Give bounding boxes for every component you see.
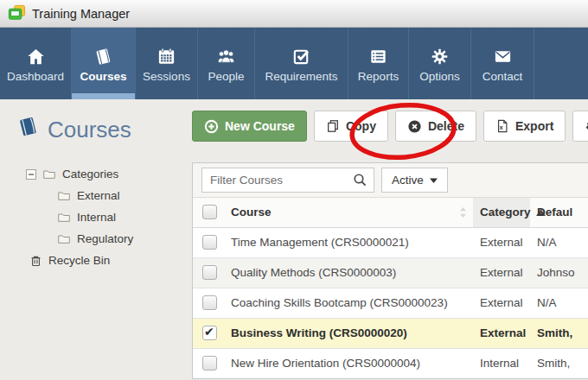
default-cell: N/A [530, 288, 588, 318]
select-all-checkbox[interactable] [202, 205, 217, 219]
report-icon [368, 44, 389, 66]
nav-bar: DashboardCoursesSessionsPeopleRequiremen… [0, 28, 588, 99]
gear-icon [429, 44, 451, 66]
default-cell: N/A [530, 227, 588, 257]
folder-icon [57, 232, 71, 245]
filter-bar: Active [193, 163, 588, 198]
nav-tab-options[interactable]: Options [409, 28, 471, 99]
category-cell: External [473, 318, 530, 348]
tree-item-external[interactable]: External [0, 185, 192, 206]
row-checkbox[interactable] [202, 356, 217, 370]
toolbar: New CourseCopyDeletexExportRefresh [192, 111, 588, 142]
sidebar-title-label: Courses [48, 117, 131, 143]
category-tree: CategoriesExternalInternalRegulatoryRecy… [0, 163, 192, 271]
courses-table: CourseCategoryDefaul Time Management (CR… [193, 198, 588, 378]
table-row[interactable]: Time Management (CRS0000021)ExternalN/A [193, 227, 588, 257]
status-filter-label: Active [392, 174, 424, 187]
default-cell: Smith, [530, 348, 588, 378]
row-checkbox[interactable] [202, 326, 217, 340]
table-body: Time Management (CRS0000021)ExternalN/AQ… [193, 227, 588, 378]
tree-item-internal[interactable]: Internal [0, 206, 192, 228]
home-icon [25, 44, 47, 66]
plus-circle-icon [204, 119, 219, 134]
row-checkbox[interactable] [202, 295, 217, 310]
courses-panel: Active CourseCategoryDefaul Time Managem… [192, 162, 588, 379]
nav-tab-courses[interactable]: Courses [72, 28, 136, 99]
new-course-button[interactable]: New Course [192, 111, 307, 142]
sidebar: Courses CategoriesExternalInternalRegula… [0, 99, 192, 380]
caret-down-icon [430, 178, 438, 183]
nav-tab-contact[interactable]: Contact [471, 28, 534, 99]
default-cell: Johnso [530, 257, 588, 288]
folder-icon [57, 211, 71, 224]
main-area: New CourseCopyDeletexExportRefresh Activ… [192, 99, 588, 380]
nav-tab-reports[interactable]: Reports [348, 28, 409, 99]
folder-icon [57, 189, 71, 202]
minus-box-icon[interactable] [26, 169, 36, 180]
tree-item-recycle-bin[interactable]: Recycle Bin [0, 250, 192, 271]
sort-unsorted-icon[interactable] [459, 206, 467, 218]
trash-icon [29, 254, 42, 268]
column-header-category[interactable]: Category [473, 198, 530, 227]
course-cell: Coaching Skills Bootcamp (CRS0000023) [226, 288, 473, 318]
course-cell: Quality Methods (CRS0000003) [226, 257, 473, 288]
table-row[interactable]: New Hire Orientation (CRS0000004)Interna… [193, 348, 588, 378]
app-logo-icon [8, 4, 26, 22]
tree-item-categories[interactable]: Categories [0, 163, 192, 185]
checkbox-check-icon [291, 44, 312, 66]
category-cell: External [473, 227, 530, 257]
row-checkbox[interactable] [202, 265, 217, 280]
column-header-course[interactable]: Course [226, 198, 473, 227]
status-filter-dropdown[interactable]: Active [381, 168, 448, 193]
table-row[interactable]: Coaching Skills Bootcamp (CRS0000023)Ext… [193, 288, 588, 318]
course-cell: Business Writing (CRS0000020) [226, 318, 473, 348]
book-icon [93, 44, 114, 66]
nav-tab-people[interactable]: People [198, 28, 255, 99]
default-cell: Smith, [530, 318, 588, 348]
filter-input[interactable] [202, 174, 353, 187]
category-cell: External [473, 257, 530, 288]
table-row[interactable]: Quality Methods (CRS0000003)ExternalJohn… [193, 257, 588, 288]
category-cell: External [473, 288, 530, 318]
refresh-icon [585, 119, 588, 133]
search-icon [353, 173, 374, 187]
envelope-icon [492, 44, 514, 66]
sidebar-title: Courses [16, 115, 192, 144]
export-button[interactable]: xExport [483, 111, 566, 142]
window-title: Training Manager [32, 7, 130, 21]
people-icon [214, 44, 238, 66]
nav-tab-requirements[interactable]: Requirements [255, 28, 348, 99]
category-cell: Internal [473, 348, 530, 378]
folder-icon [42, 168, 56, 180]
nav-tab-sessions[interactable]: Sessions [136, 28, 198, 99]
refresh-button[interactable]: Refresh [572, 111, 588, 142]
book-icon [16, 115, 41, 144]
row-checkbox[interactable] [202, 235, 217, 250]
column-header-default[interactable]: Defaul [530, 198, 588, 227]
filter-search-box [201, 168, 374, 193]
nav-tab-dashboard[interactable]: Dashboard [0, 28, 72, 99]
copy-button[interactable]: Copy [314, 111, 388, 142]
copy-icon [326, 119, 340, 133]
table-header: CourseCategoryDefaul [193, 198, 588, 227]
course-cell: Time Management (CRS0000021) [226, 227, 473, 257]
title-bar: Training Manager [0, 0, 588, 28]
delete-button[interactable]: Delete [395, 111, 476, 142]
x-circle-icon [407, 119, 422, 134]
content-area: Courses CategoriesExternalInternalRegula… [0, 99, 588, 380]
tree-item-regulatory[interactable]: Regulatory [0, 228, 192, 250]
course-cell: New Hire Orientation (CRS0000004) [226, 348, 473, 378]
calendar-icon [156, 44, 177, 66]
table-row[interactable]: Business Writing (CRS0000020)ExternalSmi… [193, 318, 588, 348]
export-file-icon: x [495, 119, 509, 133]
